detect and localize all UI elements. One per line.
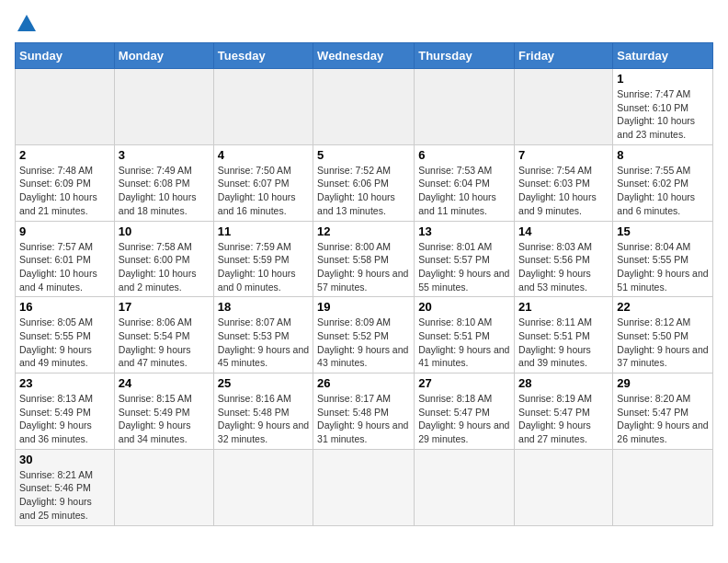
day-info: Sunrise: 8:20 AM Sunset: 5:47 PM Dayligh… bbox=[617, 392, 709, 446]
day-info: Sunrise: 8:11 AM Sunset: 5:51 PM Dayligh… bbox=[518, 316, 609, 370]
day-number: 8 bbox=[617, 148, 709, 162]
calendar-cell: 26Sunrise: 8:17 AM Sunset: 5:48 PM Dayli… bbox=[313, 373, 415, 450]
day-info: Sunrise: 8:01 AM Sunset: 5:57 PM Dayligh… bbox=[418, 240, 510, 294]
calendar-cell: 1Sunrise: 7:47 AM Sunset: 6:10 PM Daylig… bbox=[613, 69, 713, 145]
calendar-cell bbox=[16, 69, 115, 145]
day-info: Sunrise: 8:05 AM Sunset: 5:55 PM Dayligh… bbox=[19, 316, 110, 370]
calendar-cell: 7Sunrise: 7:54 AM Sunset: 6:03 PM Daylig… bbox=[515, 144, 613, 221]
day-number: 30 bbox=[19, 453, 110, 466]
day-info: Sunrise: 7:57 AM Sunset: 6:01 PM Dayligh… bbox=[19, 240, 110, 294]
day-info: Sunrise: 8:06 AM Sunset: 5:54 PM Dayligh… bbox=[119, 316, 210, 370]
calendar-cell bbox=[114, 69, 213, 145]
day-number: 23 bbox=[19, 376, 110, 390]
day-number: 24 bbox=[119, 376, 210, 390]
calendar-cell: 3Sunrise: 7:49 AM Sunset: 6:08 PM Daylig… bbox=[114, 144, 213, 221]
calendar-cell bbox=[114, 449, 213, 525]
day-info: Sunrise: 7:52 AM Sunset: 6:06 PM Dayligh… bbox=[317, 164, 410, 218]
calendar-cell: 11Sunrise: 7:59 AM Sunset: 5:59 PM Dayli… bbox=[213, 221, 313, 297]
day-number: 29 bbox=[617, 376, 709, 390]
day-number: 28 bbox=[518, 376, 609, 390]
day-number: 4 bbox=[218, 148, 309, 162]
day-info: Sunrise: 7:55 AM Sunset: 6:02 PM Dayligh… bbox=[617, 164, 709, 218]
calendar-cell: 21Sunrise: 8:11 AM Sunset: 5:51 PM Dayli… bbox=[515, 297, 613, 373]
calendar-cell bbox=[313, 449, 415, 525]
day-info: Sunrise: 7:50 AM Sunset: 6:07 PM Dayligh… bbox=[218, 164, 309, 218]
day-number: 10 bbox=[119, 224, 210, 238]
calendar-header: SundayMondayTuesdayWednesdayThursdayFrid… bbox=[16, 43, 713, 69]
day-number: 19 bbox=[317, 300, 410, 314]
day-number: 14 bbox=[518, 224, 609, 238]
logo-triangle-icon bbox=[17, 15, 36, 31]
day-info: Sunrise: 8:12 AM Sunset: 5:50 PM Dayligh… bbox=[617, 316, 709, 370]
day-number: 13 bbox=[418, 224, 510, 238]
calendar-cell: 23Sunrise: 8:13 AM Sunset: 5:49 PM Dayli… bbox=[16, 373, 115, 450]
calendar-cell: 12Sunrise: 8:00 AM Sunset: 5:58 PM Dayli… bbox=[313, 221, 415, 297]
calendar-cell bbox=[415, 449, 515, 525]
day-info: Sunrise: 7:47 AM Sunset: 6:10 PM Dayligh… bbox=[617, 87, 709, 142]
calendar-cell: 29Sunrise: 8:20 AM Sunset: 5:47 PM Dayli… bbox=[613, 373, 713, 450]
day-info: Sunrise: 8:03 AM Sunset: 5:56 PM Dayligh… bbox=[518, 240, 609, 294]
calendar-cell bbox=[515, 449, 613, 525]
day-number: 5 bbox=[317, 148, 410, 162]
day-info: Sunrise: 8:16 AM Sunset: 5:48 PM Dayligh… bbox=[218, 392, 309, 446]
day-info: Sunrise: 7:48 AM Sunset: 6:09 PM Dayligh… bbox=[19, 164, 110, 218]
calendar-cell: 20Sunrise: 8:10 AM Sunset: 5:51 PM Dayli… bbox=[415, 297, 515, 373]
calendar-cell: 10Sunrise: 7:58 AM Sunset: 6:00 PM Dayli… bbox=[114, 221, 213, 297]
day-header-wednesday: Wednesday bbox=[313, 43, 415, 69]
calendar-cell bbox=[515, 69, 613, 145]
calendar-cell: 19Sunrise: 8:09 AM Sunset: 5:52 PM Dayli… bbox=[313, 297, 415, 373]
day-number: 20 bbox=[418, 300, 510, 314]
day-header-saturday: Saturday bbox=[613, 43, 713, 69]
day-number: 21 bbox=[518, 300, 609, 314]
day-info: Sunrise: 7:53 AM Sunset: 6:04 PM Dayligh… bbox=[418, 164, 510, 218]
day-number: 16 bbox=[19, 300, 110, 314]
day-info: Sunrise: 8:09 AM Sunset: 5:52 PM Dayligh… bbox=[317, 316, 410, 370]
calendar-cell: 8Sunrise: 7:55 AM Sunset: 6:02 PM Daylig… bbox=[613, 144, 713, 221]
day-info: Sunrise: 7:58 AM Sunset: 6:00 PM Dayligh… bbox=[119, 240, 210, 294]
day-info: Sunrise: 8:19 AM Sunset: 5:47 PM Dayligh… bbox=[518, 392, 609, 446]
calendar-cell: 6Sunrise: 7:53 AM Sunset: 6:04 PM Daylig… bbox=[415, 144, 515, 221]
calendar-cell: 22Sunrise: 8:12 AM Sunset: 5:50 PM Dayli… bbox=[613, 297, 713, 373]
day-number: 12 bbox=[317, 224, 410, 238]
calendar-cell: 14Sunrise: 8:03 AM Sunset: 5:56 PM Dayli… bbox=[515, 221, 613, 297]
day-number: 1 bbox=[617, 72, 709, 86]
day-number: 18 bbox=[218, 300, 309, 314]
day-number: 26 bbox=[317, 376, 410, 390]
day-info: Sunrise: 8:00 AM Sunset: 5:58 PM Dayligh… bbox=[317, 240, 410, 294]
calendar-cell bbox=[415, 69, 515, 145]
day-number: 17 bbox=[119, 300, 210, 314]
calendar-cell: 9Sunrise: 7:57 AM Sunset: 6:01 PM Daylig… bbox=[16, 221, 115, 297]
day-number: 27 bbox=[418, 376, 510, 390]
calendar-cell bbox=[213, 449, 313, 525]
day-number: 11 bbox=[218, 224, 309, 238]
day-info: Sunrise: 8:18 AM Sunset: 5:47 PM Dayligh… bbox=[418, 392, 510, 446]
day-info: Sunrise: 8:17 AM Sunset: 5:48 PM Dayligh… bbox=[317, 392, 410, 446]
calendar-cell: 30Sunrise: 8:21 AM Sunset: 5:46 PM Dayli… bbox=[16, 449, 115, 525]
calendar-cell: 27Sunrise: 8:18 AM Sunset: 5:47 PM Dayli… bbox=[415, 373, 515, 450]
calendar-cell: 18Sunrise: 8:07 AM Sunset: 5:53 PM Dayli… bbox=[213, 297, 313, 373]
day-number: 7 bbox=[518, 148, 609, 162]
day-number: 22 bbox=[617, 300, 709, 314]
day-header-friday: Friday bbox=[515, 43, 613, 69]
calendar-cell: 28Sunrise: 8:19 AM Sunset: 5:47 PM Dayli… bbox=[515, 373, 613, 450]
day-header-monday: Monday bbox=[114, 43, 213, 69]
day-number: 6 bbox=[418, 148, 510, 162]
day-info: Sunrise: 8:21 AM Sunset: 5:46 PM Dayligh… bbox=[19, 468, 110, 523]
day-info: Sunrise: 8:13 AM Sunset: 5:49 PM Dayligh… bbox=[19, 392, 110, 446]
calendar-cell bbox=[313, 69, 415, 145]
day-info: Sunrise: 7:54 AM Sunset: 6:03 PM Dayligh… bbox=[518, 164, 609, 218]
day-header-sunday: Sunday bbox=[16, 43, 115, 69]
day-info: Sunrise: 7:59 AM Sunset: 5:59 PM Dayligh… bbox=[218, 240, 309, 294]
day-number: 3 bbox=[119, 148, 210, 162]
calendar-cell: 24Sunrise: 8:15 AM Sunset: 5:49 PM Dayli… bbox=[114, 373, 213, 450]
calendar-cell: 25Sunrise: 8:16 AM Sunset: 5:48 PM Dayli… bbox=[213, 373, 313, 450]
day-number: 2 bbox=[19, 148, 110, 162]
logo bbox=[15, 15, 36, 33]
calendar-cell: 15Sunrise: 8:04 AM Sunset: 5:55 PM Dayli… bbox=[613, 221, 713, 297]
calendar-cell: 16Sunrise: 8:05 AM Sunset: 5:55 PM Dayli… bbox=[16, 297, 115, 373]
calendar-cell: 4Sunrise: 7:50 AM Sunset: 6:07 PM Daylig… bbox=[213, 144, 313, 221]
day-info: Sunrise: 8:15 AM Sunset: 5:49 PM Dayligh… bbox=[119, 392, 210, 446]
day-info: Sunrise: 8:10 AM Sunset: 5:51 PM Dayligh… bbox=[418, 316, 510, 370]
calendar-table: SundayMondayTuesdayWednesdayThursdayFrid… bbox=[15, 42, 713, 526]
calendar-cell bbox=[613, 449, 713, 525]
